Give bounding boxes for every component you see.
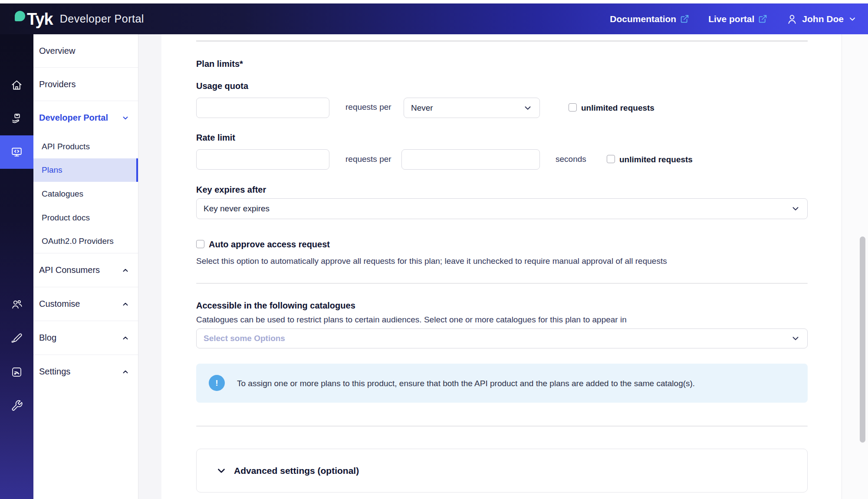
live-portal-label: Live portal (708, 14, 754, 24)
rate-limit-seconds-input[interactable] (401, 149, 540, 170)
user-name: John Doe (802, 14, 844, 24)
advanced-settings-toggle[interactable]: Advanced settings (optional) (196, 449, 808, 492)
scrollbar-thumb[interactable] (860, 236, 865, 443)
sidebar-item-label: Blog (39, 333, 56, 343)
auto-approve-label: Auto approve access request (209, 240, 330, 250)
sidebar-item-providers[interactable]: Providers (33, 68, 138, 101)
providers-icon[interactable] (0, 106, 33, 131)
section-divider (196, 283, 808, 284)
home-icon[interactable] (0, 72, 33, 98)
sidebar-item-blog[interactable]: Blog (33, 321, 138, 355)
sidebar-item-label: Customise (39, 299, 80, 309)
sidebar-item-label: Settings (39, 367, 70, 377)
header-links: Documentation Live portal John Doe (610, 3, 857, 34)
sidebar-nav: Overview Providers Developer Portal API … (33, 34, 138, 499)
sidebar-item-label: Catalogues (42, 189, 83, 199)
blog-icon[interactable] (0, 359, 33, 384)
documentation-label: Documentation (610, 14, 676, 24)
sidebar-item-overview[interactable]: Overview (33, 34, 138, 68)
sidebar-item-label: Plans (42, 165, 62, 175)
chevron-down-icon (216, 465, 227, 476)
sidebar-item-label: Product docs (42, 213, 90, 223)
user-menu[interactable]: John Doe (786, 13, 857, 25)
external-link-icon (758, 14, 767, 23)
sidebar-item-label: OAuth2.0 Providers (42, 236, 114, 246)
info-icon-glyph: ! (215, 378, 218, 388)
chevron-up-icon (122, 368, 129, 376)
usage-period-value: Never (411, 103, 433, 113)
top-header: Tyk Developer Portal Documentation Live … (0, 3, 868, 34)
customise-icon[interactable] (0, 326, 33, 351)
live-portal-link[interactable]: Live portal (708, 14, 767, 24)
sidebar-item-customise[interactable]: Customise (33, 287, 138, 321)
icon-rail (0, 34, 33, 499)
section-divider (196, 426, 808, 427)
catalogues-description: Catalogues can be used to restrict plans… (196, 315, 627, 325)
info-icon: ! (209, 375, 225, 391)
key-expires-select[interactable]: Key never expires (196, 198, 808, 219)
sidebar-item-oauth-providers[interactable]: OAuth2.0 Providers (33, 230, 138, 253)
usage-quota-label: Usage quota (196, 81, 248, 91)
catalogues-heading: Accessible in the following catalogues (196, 301, 355, 311)
api-consumers-icon[interactable] (0, 292, 33, 317)
sidebar-item-settings[interactable]: Settings (33, 355, 138, 388)
tyk-logo-icon (15, 11, 25, 21)
chevron-down-icon (122, 114, 129, 122)
rate-requests-per-label: requests per (345, 154, 391, 164)
key-expires-label: Key expires after (196, 185, 266, 195)
sidebar-item-product-docs[interactable]: Product docs (33, 206, 138, 230)
sidebar-item-catalogues[interactable]: Catalogues (33, 182, 138, 206)
sidebar-item-label: Overview (39, 46, 75, 56)
user-avatar-icon (786, 13, 798, 25)
rate-seconds-label: seconds (556, 154, 586, 164)
chevron-up-icon (122, 334, 129, 342)
developer-portal-icon[interactable] (0, 135, 33, 169)
brand-product: Developer Portal (60, 13, 144, 24)
chevron-up-icon (122, 266, 129, 274)
usage-unlimited-checkbox[interactable] (569, 103, 577, 112)
auto-approve-description: Select this option to automatically appr… (196, 256, 667, 266)
key-expires-value: Key never expires (204, 204, 270, 213)
sidebar-item-api-products[interactable]: API Products (33, 135, 138, 158)
sidebar-item-api-consumers[interactable]: API Consumers (33, 253, 138, 287)
rate-unlimited-checkbox[interactable] (607, 155, 615, 163)
section-divider (196, 40, 808, 42)
external-link-icon (680, 14, 689, 23)
sidebar-item-label: Developer Portal (39, 113, 108, 123)
chevron-up-icon (122, 300, 129, 308)
advanced-settings-label: Advanced settings (optional) (234, 466, 359, 476)
sidebar-item-label: Providers (39, 79, 76, 89)
auto-approve-checkbox[interactable] (196, 240, 204, 248)
rate-limit-label: Rate limit (196, 133, 235, 143)
info-alert: ! To assign one or more plans to this pr… (196, 364, 808, 403)
brand-logo[interactable]: Tyk Developer Portal (15, 11, 144, 27)
catalogues-placeholder: Select some Options (204, 334, 285, 343)
usage-quota-input[interactable] (196, 98, 329, 118)
usage-requests-per-label: requests per (345, 102, 391, 112)
sidebar-item-label: API Products (42, 142, 90, 151)
chevron-down-icon (523, 103, 533, 113)
chevron-down-icon (791, 204, 800, 213)
chevron-down-icon (791, 334, 800, 343)
rate-limit-requests-input[interactable] (196, 149, 329, 170)
info-alert-text: To assign one or more plans to this prod… (237, 379, 695, 388)
content-gutter (138, 34, 161, 499)
sidebar-item-developer-portal[interactable]: Developer Portal (33, 101, 138, 135)
rate-unlimited-label: unlimited requests (619, 155, 693, 164)
chevron-down-icon (848, 15, 857, 23)
sidebar-item-plans[interactable]: Plans (33, 158, 138, 182)
plan-limits-heading: Plan limits* (196, 59, 243, 69)
sidebar-item-label: API Consumers (39, 265, 100, 275)
brand-name: Tyk (27, 11, 53, 27)
catalogues-multiselect[interactable]: Select some Options (196, 328, 808, 348)
settings-icon[interactable] (0, 393, 33, 418)
usage-unlimited-label: unlimited requests (581, 103, 654, 113)
documentation-link[interactable]: Documentation (610, 14, 689, 24)
usage-period-select[interactable]: Never (404, 98, 540, 118)
